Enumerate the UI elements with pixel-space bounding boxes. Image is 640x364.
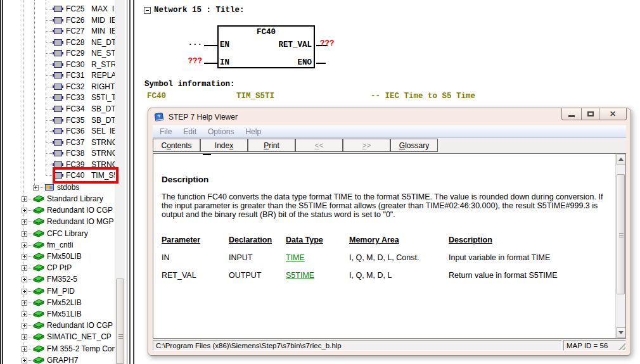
expand-plus-icon[interactable] xyxy=(22,242,27,248)
en-operand[interactable]: ... xyxy=(185,39,202,47)
fc-block-icon xyxy=(54,61,62,68)
tree-item-redundant-io-cgp-v5[interactable]: Redundant IO CGP V5 xyxy=(0,320,133,331)
expand-plus-icon[interactable] xyxy=(22,196,27,202)
ret-val-operand-placeholder[interactable]: ??? xyxy=(320,39,335,48)
clipped-heading-underline xyxy=(203,154,211,155)
tree-item-fc26[interactable]: FC26MID IE xyxy=(0,15,133,26)
menu-edit[interactable]: Edit xyxy=(177,127,202,136)
table-header-data-type: Data Type xyxy=(286,235,349,244)
tree-scrollbar-thumb[interactable] xyxy=(116,279,124,364)
expand-plus-icon[interactable] xyxy=(22,277,27,282)
tree-item-name: Redundant IO CGP V5 xyxy=(47,321,124,330)
fc-block-icon xyxy=(54,84,62,90)
toolbar-button-index[interactable]: Index xyxy=(200,139,248,152)
table-cell: I, Q, M, D, L, Const. xyxy=(349,253,449,262)
tree-item-fc25[interactable]: FC25MAX I xyxy=(0,4,133,15)
library-book-icon xyxy=(33,298,44,308)
tree-item-cfc-library[interactable]: CFC Library xyxy=(0,229,133,239)
toolbar-button-contents[interactable]: Contents xyxy=(153,139,200,152)
tree-item-name: RIGHT xyxy=(91,82,115,91)
tree-item-fc29[interactable]: FC29NE_STR xyxy=(0,48,133,59)
tree-item-fm-cntli[interactable]: fm_cntli xyxy=(0,240,133,251)
tree-item-fm-pid[interactable]: FM_PID xyxy=(0,286,133,297)
expand-plus-icon[interactable] xyxy=(33,185,39,191)
tree-item-name: Redundant IO CGP V4 xyxy=(47,206,124,215)
toolbar-button-print[interactable]: Print xyxy=(248,139,295,152)
tree-item-graph7[interactable]: GRAPH7 xyxy=(0,355,133,364)
help-content-area: Description The function FC40 converts t… xyxy=(153,153,626,339)
tree-item-name: CFC Library xyxy=(47,229,88,238)
close-button[interactable]: ✕ xyxy=(599,108,627,120)
tree-item-fm352-5[interactable]: FM352-5 xyxy=(0,274,133,285)
pin-label-ret-val: RET_VAL xyxy=(255,41,312,49)
expand-plus-icon[interactable] xyxy=(22,231,27,237)
tree-item-standard-library[interactable]: Standard Library xyxy=(0,194,133,204)
symbol-block: FC40 xyxy=(147,92,166,101)
library-book-icon xyxy=(33,287,44,297)
tree-item-fc38[interactable]: FC38STRNG_ xyxy=(0,148,133,159)
tree-item-fc27[interactable]: FC27MIN IE xyxy=(0,26,133,37)
tree-item-fc34[interactable]: FC34SB_DT_ xyxy=(0,104,133,115)
tree-item-id: FC37 xyxy=(66,138,84,147)
expand-plus-icon[interactable] xyxy=(22,254,27,260)
expand-plus-icon[interactable] xyxy=(22,208,27,213)
scroll-up-button[interactable] xyxy=(616,154,626,165)
tree-item-fmx52lib[interactable]: FMx52LIB xyxy=(0,298,133,308)
in-operand-placeholder[interactable]: ??? xyxy=(185,57,202,66)
tree-item-fm-355-2-temp-cont[interactable]: FM 355-2 Temp Cont xyxy=(0,344,133,355)
tree-item-fc31[interactable]: FC31REPLAC xyxy=(0,70,133,81)
tree-item-fc37[interactable]: FC37STRNG_ xyxy=(0,137,133,148)
toolbar-button-glossary[interactable]: Glossary xyxy=(390,139,438,152)
expand-plus-icon[interactable] xyxy=(22,311,27,317)
expand-plus-icon[interactable] xyxy=(22,346,27,352)
data-type-link[interactable]: TIME xyxy=(286,253,349,262)
fc-block-icon xyxy=(54,150,62,156)
expand-plus-icon[interactable] xyxy=(22,300,27,306)
tree-item-fmx50lib[interactable]: FMx50LIB xyxy=(0,251,133,262)
window-controls: ✕ xyxy=(561,108,627,120)
expand-plus-icon[interactable] xyxy=(22,358,27,363)
tree-item-redundant-io-cgp-v4[interactable]: Redundant IO CGP V4 xyxy=(0,205,133,216)
minimize-button[interactable] xyxy=(561,108,581,120)
tree-item-fc35[interactable]: FC35SB_DT_ xyxy=(0,115,133,126)
menu-file[interactable]: File xyxy=(154,127,177,136)
tree-item-cp-ptp[interactable]: CP PtP xyxy=(0,263,133,273)
menu-options[interactable]: Options xyxy=(202,127,240,136)
tree-item-simatic-net-cp[interactable]: SIMATIC_NET_CP xyxy=(0,332,133,342)
help-client-area: FileEditOptionsHelp ContentsIndexPrint<<… xyxy=(153,125,626,351)
menu-help[interactable]: Help xyxy=(240,127,267,136)
tree-item-name: MIN IE xyxy=(91,27,117,35)
tree-item-fc28[interactable]: FC28NE_DT xyxy=(0,37,133,48)
window-title: STEP 7 Help Viewer xyxy=(169,113,238,122)
expand-plus-icon[interactable] xyxy=(22,334,27,340)
tree-item-redundant-io-mgp-v[interactable]: Redundant IO MGP V xyxy=(0,217,133,227)
tree-item-fc32[interactable]: FC32RIGHT xyxy=(0,82,133,92)
scroll-down-button[interactable] xyxy=(616,327,626,338)
help-scrollbar-thumb[interactable] xyxy=(617,174,625,294)
resize-grip[interactable] xyxy=(618,342,625,350)
library-book-icon xyxy=(33,194,44,204)
tree-item-fc36[interactable]: FC36SEL IE xyxy=(0,126,133,137)
library-book-icon xyxy=(33,321,44,331)
maximize-button[interactable] xyxy=(581,108,599,120)
help-title-bar[interactable]: ? STEP 7 Help Viewer ✕ xyxy=(148,108,630,125)
expand-plus-icon[interactable] xyxy=(22,219,27,225)
toolbar-button-nav[interactable]: << xyxy=(295,139,343,152)
tree-item-stdobs[interactable]: stdobs xyxy=(0,182,133,193)
status-map-id: MAP ID = 56 xyxy=(563,340,626,351)
panel-separator xyxy=(127,0,127,364)
tree-item-fmx51lib[interactable]: FMx51LIB xyxy=(0,309,133,320)
expand-plus-icon[interactable] xyxy=(22,265,27,271)
expand-plus-icon[interactable] xyxy=(22,323,27,329)
help-vertical-scrollbar[interactable] xyxy=(615,154,625,338)
data-type-link[interactable]: S5TIME xyxy=(286,271,349,280)
tree-item-fc33[interactable]: FC33S5TI_TIM xyxy=(0,92,133,103)
toolbar-button-nav[interactable]: >> xyxy=(343,139,390,152)
fc-block-icon xyxy=(54,28,62,34)
en-wire xyxy=(204,45,217,46)
expand-plus-icon[interactable] xyxy=(22,289,27,294)
tree-item-fc30[interactable]: FC30R_STRN xyxy=(0,60,133,70)
network-collapse-toggle[interactable] xyxy=(144,7,151,14)
fc-block-icon xyxy=(54,106,62,112)
library-book-icon xyxy=(33,252,44,262)
